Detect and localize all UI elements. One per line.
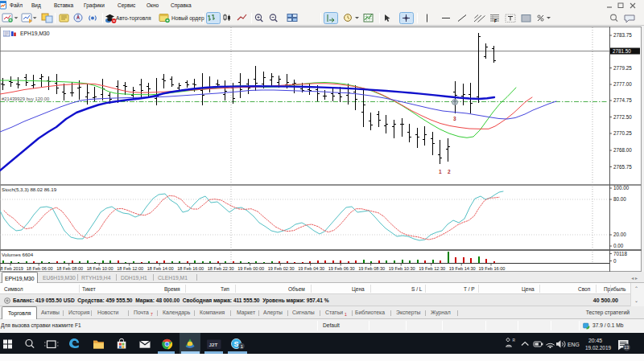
svg-text:19 Feb 02:30: 19 Feb 02:30 [268,266,295,271]
svg-text:18 Feb 16:00: 18 Feb 16:00 [177,266,204,271]
svg-text:80.00: 80.00 [613,196,626,202]
svg-text:19 Feb 06:30: 19 Feb 06:30 [328,266,355,271]
svg-text:19 Feb 10:30: 19 Feb 10:30 [389,266,415,271]
svg-text:ENG: ENG [568,342,580,347]
svg-text:20.00: 20.00 [613,232,626,237]
svg-text:Stoch(5,3,3) 88.02 86.19: Stoch(5,3,3) 88.02 86.19 [2,187,57,192]
svg-text:19 Feb 08:30: 19 Feb 08:30 [358,266,385,271]
svg-text:0.00: 0.00 [613,243,624,248]
svg-text:0: 0 [613,258,617,264]
svg-text:13: 13 [624,345,629,350]
svg-text:R: R [513,338,516,343]
svg-text:2781.50: 2781.50 [613,48,631,54]
svg-text:19 Feb 14:30: 19 Feb 14:30 [449,266,476,271]
svg-text:S: S [234,340,239,348]
svg-text:19.02.2019: 19.02.2019 [585,345,611,351]
svg-text:2770.25: 2770.25 [613,130,632,136]
svg-text:20:45: 20:45 [588,338,602,343]
svg-text:Volumes 6604: Volumes 6604 [2,252,34,257]
svg-text:18 Feb 14:00: 18 Feb 14:00 [147,266,174,271]
svg-text:F: F [494,18,497,23]
svg-text:18 Feb 2019: 18 Feb 2019 [0,266,23,271]
svg-text:18 Feb 22:30: 18 Feb 22:30 [208,266,234,271]
svg-text:2: 2 [448,169,451,174]
svg-text:1: 1 [439,169,442,174]
svg-text:1: 1 [241,344,243,349]
svg-text:2777.00: 2777.00 [613,81,632,87]
svg-text:2765.75: 2765.75 [613,164,632,170]
svg-text:19 Feb 12:30: 19 Feb 12:30 [419,266,445,271]
svg-text:2779.25: 2779.25 [613,65,632,71]
svg-text:2768.00: 2768.00 [613,147,632,153]
svg-text:3: 3 [453,116,456,121]
svg-text:70118: 70118 [613,251,628,256]
svg-text:18 Feb 08:00: 18 Feb 08:00 [56,266,83,271]
svg-text:19 Feb 16:00: 19 Feb 16:00 [479,266,506,271]
svg-text:18 Feb 10:00: 18 Feb 10:00 [87,266,114,271]
svg-text:2783.75: 2783.75 [613,32,632,38]
svg-text:18 Feb 06:00: 18 Feb 06:00 [27,266,53,271]
svg-text:100.00: 100.00 [613,185,630,191]
svg-text:19 Feb 00:00: 19 Feb 00:00 [237,266,264,271]
svg-text:19 Feb 04:30: 19 Feb 04:30 [298,266,324,271]
svg-text:2774.75: 2774.75 [613,97,632,103]
svg-text:J2T: J2T [209,342,218,347]
svg-text:2772.50: 2772.50 [613,114,632,120]
svg-text:18 Feb 12:00: 18 Feb 12:00 [117,266,143,271]
svg-text:#21439929 buy 120.00: #21439929 buy 120.00 [2,96,49,101]
